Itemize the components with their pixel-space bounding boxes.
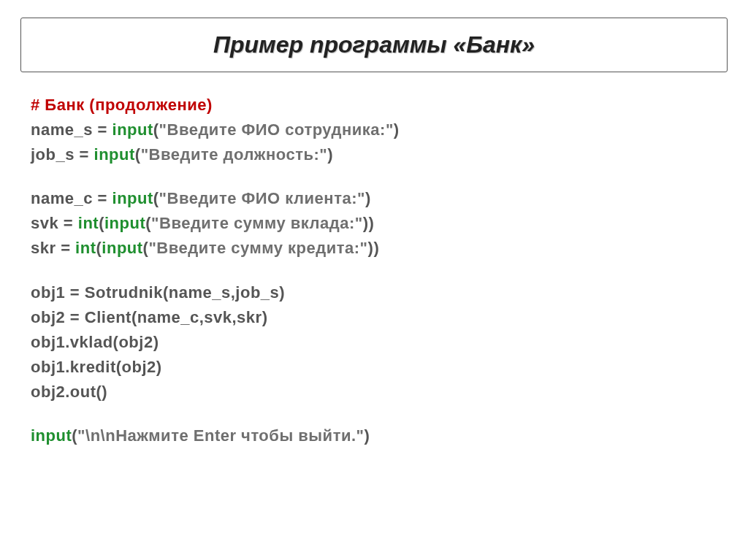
code-fn: int [75, 239, 96, 257]
code-comment: # Банк (продолжение) [31, 93, 717, 118]
title-box: Пример программы «Банк» [20, 18, 728, 72]
code-text: svk = [31, 214, 78, 232]
slide-title: Пример программы «Банк» [28, 31, 720, 58]
code-text: ) [364, 426, 370, 445]
code-line-6: obj1 = Sotrudnik(name_s,job_s) [31, 280, 717, 305]
code-line-1: name_s = input("Введите ФИО сотрудника:"… [31, 118, 717, 142]
code-line-11: input("\n\nНажмите Enter чтобы выйти.") [31, 423, 717, 448]
code-str: "Введите должность:" [141, 145, 328, 164]
code-text: skr = [31, 239, 75, 257]
code-line-4: svk = int(input("Введите сумму вклада:")… [31, 211, 717, 236]
code-text: ) [394, 120, 400, 139]
code-text: )) [363, 214, 375, 232]
code-fn: input [112, 189, 153, 207]
code-text: ) [327, 145, 333, 164]
slide: Пример программы «Банк» # Банк (продолже… [0, 0, 748, 560]
code-text: ( [99, 214, 104, 232]
code-block: # Банк (продолжение) name_s = input("Вве… [20, 93, 728, 448]
code-str: "\n\nНажмите Enter чтобы выйти." [77, 426, 364, 445]
code-line-2: job_s = input("Введите должность:") [31, 142, 717, 167]
code-fn: input [104, 214, 145, 232]
code-line-5: skr = int(input("Введите сумму кредита:"… [31, 236, 717, 261]
code-text: ( [135, 145, 141, 164]
code-fn: input [112, 120, 153, 139]
code-text: name_c = [31, 189, 112, 207]
code-fn: input [102, 239, 142, 257]
code-text: ( [72, 426, 77, 445]
code-text: )) [368, 239, 380, 257]
code-str: "Введите сумму кредита:" [148, 239, 367, 257]
code-str: "Введите ФИО клиента:" [159, 189, 365, 207]
code-text: ( [153, 120, 159, 139]
code-text: ( [153, 189, 159, 207]
code-line-7: obj2 = Client(name_c,svk,skr) [31, 305, 717, 330]
code-line-3: name_c = input("Введите ФИО клиента:") [31, 186, 717, 211]
blank-line [31, 261, 717, 280]
code-text: ( [145, 214, 151, 232]
code-line-8: obj1.vklad(obj2) [31, 330, 717, 355]
code-fn: int [78, 214, 99, 232]
code-fn: input [31, 426, 72, 445]
blank-line [31, 167, 717, 186]
code-line-9: obj1.kredit(obj2) [31, 355, 717, 380]
code-text: job_s = [31, 145, 94, 164]
code-fn: input [94, 145, 135, 164]
blank-line [31, 404, 717, 423]
code-str: "Введите сумму вклада:" [151, 214, 363, 232]
code-text: name_s = [31, 120, 112, 139]
code-text: ) [365, 189, 371, 207]
code-str: "Введите ФИО сотрудника:" [159, 120, 394, 139]
code-line-10: obj2.out() [31, 380, 717, 404]
